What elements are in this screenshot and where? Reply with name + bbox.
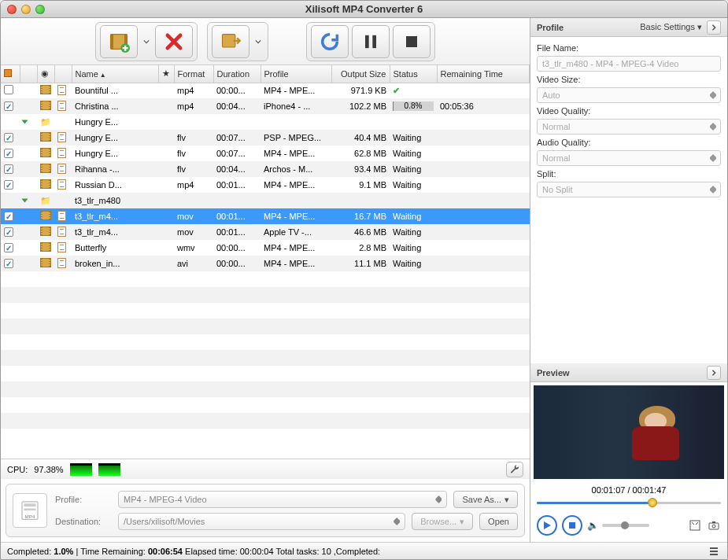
cell-duration: 00:07... xyxy=(213,130,261,146)
split-select[interactable]: No Split xyxy=(537,182,721,197)
svg-rect-16 xyxy=(712,521,715,523)
video-size-select[interactable]: Auto xyxy=(537,87,721,103)
profile-panel-collapse[interactable] xyxy=(707,20,721,35)
save-as-button[interactable]: Save As... ▾ xyxy=(453,491,518,508)
snapshot-icon[interactable] xyxy=(707,518,721,532)
col-remaining[interactable]: Remaining Time xyxy=(437,65,530,83)
col-checkbox[interactable] xyxy=(1,65,20,83)
document-icon xyxy=(57,258,66,268)
row-checkbox[interactable] xyxy=(4,227,13,237)
table-row[interactable]: t3_tlr_m4...mov00:01...MP4 - MPE...16.7 … xyxy=(1,208,530,224)
pause-button[interactable] xyxy=(352,25,390,58)
profile-combo[interactable]: MP4 - MPEG-4 Video xyxy=(118,491,447,508)
table-row[interactable]: Hungry E...flv00:07...PSP - MPEG...40.4 … xyxy=(1,130,530,146)
col-output-size[interactable]: Output Size xyxy=(331,65,390,83)
table-row[interactable]: Bountiful ...mp400:00...MP4 - MPE...971.… xyxy=(1,83,530,98)
col-name[interactable]: Name▲ xyxy=(72,65,158,83)
video-size-label: Video Size: xyxy=(537,75,721,84)
preview-stop-button[interactable] xyxy=(562,515,582,536)
cell-remaining xyxy=(437,224,530,240)
row-checkbox[interactable] xyxy=(4,243,13,252)
row-checkbox[interactable] xyxy=(4,101,13,111)
col-format[interactable]: Format xyxy=(174,65,213,83)
destination-combo[interactable]: /Users/xilisoft/Movies xyxy=(118,513,405,530)
output-format-button[interactable] xyxy=(212,25,249,58)
table-row-empty xyxy=(1,366,530,381)
convert-button[interactable] xyxy=(311,25,349,58)
add-file-button[interactable] xyxy=(100,25,138,58)
row-checkbox[interactable] xyxy=(4,180,13,190)
table-row[interactable]: 📁t3_tlr_m480 xyxy=(1,193,530,208)
delete-button[interactable] xyxy=(155,25,193,58)
profile-panel-header: Profile Basic Settings ▾ xyxy=(530,18,727,37)
expand-icon[interactable] xyxy=(22,120,28,124)
cell-profile xyxy=(261,193,331,208)
row-checkbox[interactable] xyxy=(4,149,13,158)
file-name-field[interactable] xyxy=(537,56,721,72)
preview-panel-collapse[interactable] xyxy=(707,366,721,380)
row-checkbox[interactable] xyxy=(4,133,13,142)
svg-rect-12 xyxy=(569,522,575,529)
col-clip[interactable]: ◉ xyxy=(37,65,54,83)
volume-slider[interactable] xyxy=(602,524,649,527)
row-checkbox[interactable] xyxy=(4,259,13,268)
col-status[interactable]: Status xyxy=(390,65,437,83)
film-icon xyxy=(40,148,51,157)
expand-icon[interactable] xyxy=(22,199,28,203)
row-checkbox[interactable] xyxy=(4,164,13,174)
audio-quality-select[interactable]: Normal xyxy=(537,150,721,166)
video-quality-label: Video Quality: xyxy=(537,106,721,116)
preview-seek-slider[interactable] xyxy=(537,498,721,507)
table-row[interactable]: broken_in...avi00:00...MP4 - MPE...11.1 … xyxy=(1,256,530,271)
cell-format: flv xyxy=(174,146,213,161)
settings-button[interactable] xyxy=(506,462,523,477)
cell-remaining xyxy=(437,240,530,256)
window-title: Xilisoft MP4 Converter 6 xyxy=(1,3,727,15)
fullscreen-icon[interactable] xyxy=(688,518,702,532)
cell-name: t3_tlr_m4... xyxy=(72,224,158,240)
col-profile[interactable]: Profile xyxy=(261,65,331,83)
row-checkbox[interactable] xyxy=(4,212,13,221)
table-row[interactable]: Christina ...mp400:04...iPhone4 - ...102… xyxy=(1,98,530,114)
film-icon xyxy=(40,242,51,252)
cell-status: Waiting xyxy=(390,208,437,224)
row-checkbox[interactable] xyxy=(4,85,13,94)
basic-settings-dropdown[interactable]: Basic Settings ▾ xyxy=(640,22,702,32)
video-quality-select[interactable]: Normal xyxy=(537,119,721,134)
table-row[interactable]: Hungry E...flv00:07...MP4 - MPE...62.8 M… xyxy=(1,146,530,161)
stop-button[interactable] xyxy=(393,25,431,58)
preview-play-button[interactable] xyxy=(537,515,557,536)
svg-rect-5 xyxy=(365,35,369,47)
cell-name: Hungry E... xyxy=(72,146,158,161)
cell-duration: 00:01... xyxy=(213,177,261,193)
cell-size: 46.6 MB xyxy=(331,224,390,240)
table-row-empty xyxy=(1,350,530,366)
cell-status: Waiting xyxy=(390,177,437,193)
table-row[interactable]: Butterflywmv00:00...MP4 - MPE...2.8 MBWa… xyxy=(1,240,530,256)
col-duration[interactable]: Duration xyxy=(213,65,261,83)
col-expand xyxy=(20,65,37,83)
cell-profile: iPhone4 - ... xyxy=(261,98,331,114)
table-row-empty xyxy=(1,319,530,334)
browse-button[interactable]: Browse... ▾ xyxy=(412,513,473,530)
cell-format: mp4 xyxy=(174,177,213,193)
volume-icon[interactable]: 🔈 xyxy=(587,520,599,531)
table-row[interactable]: t3_tlr_m4...mov00:01...Apple TV -...46.6… xyxy=(1,224,530,240)
cell-duration xyxy=(213,114,261,130)
file-table: ◉ Name▲ ★ Format Duration Profile Output… xyxy=(1,65,530,429)
table-row[interactable]: Rihanna -...flv00:04...Archos - M...93.4… xyxy=(1,161,530,177)
col-star[interactable]: ★ xyxy=(158,65,174,83)
cell-profile xyxy=(261,114,331,130)
preview-video[interactable] xyxy=(534,385,724,479)
document-icon xyxy=(57,211,66,221)
film-icon xyxy=(40,85,51,94)
cell-size xyxy=(331,193,390,208)
output-format-dropdown[interactable] xyxy=(253,25,264,58)
table-row[interactable]: 📁Hungry E... xyxy=(1,114,530,130)
table-row[interactable]: Russian D...mp400:01...MP4 - MPE...9.1 M… xyxy=(1,177,530,193)
cell-size: 971.9 KB xyxy=(331,83,390,98)
cpu-value: 97.38% xyxy=(34,465,63,474)
add-file-dropdown[interactable] xyxy=(141,25,152,58)
open-button[interactable]: Open xyxy=(479,513,518,530)
status-list-icon[interactable] xyxy=(707,544,721,558)
